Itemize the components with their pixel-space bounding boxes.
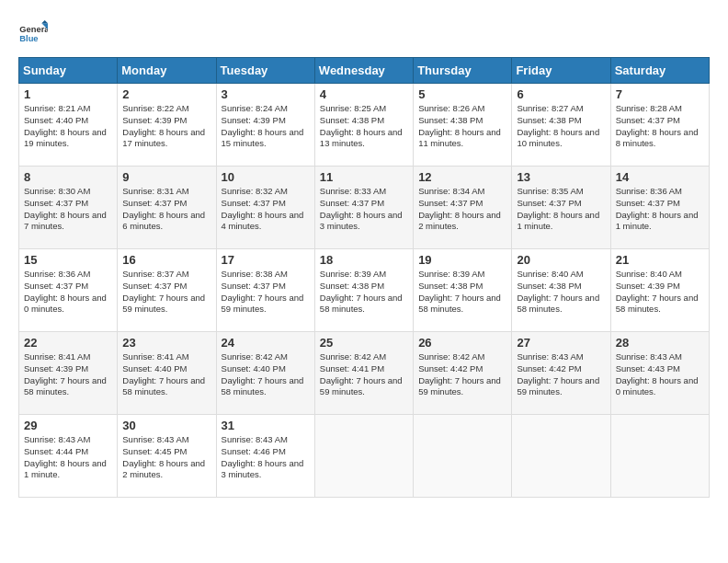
day-number: 3: [222, 87, 310, 101]
day-number: 10: [222, 170, 310, 184]
calendar-cell: 8Sunrise: 8:30 AMSunset: 4:37 PMDaylight…: [19, 167, 118, 249]
calendar-cell: [610, 415, 709, 498]
logo: General Blue: [18, 18, 48, 48]
calendar-cell: [414, 415, 512, 498]
cell-content: Sunrise: 8:39 AMSunset: 4:38 PMDaylight:…: [418, 269, 506, 316]
day-number: 25: [320, 336, 408, 350]
calendar-cell: 26Sunrise: 8:42 AMSunset: 4:42 PMDayligh…: [414, 332, 512, 415]
day-number: 18: [320, 253, 408, 267]
day-number: 30: [122, 419, 210, 432]
svg-marker-3: [41, 20, 48, 23]
cell-content: Sunrise: 8:37 AMSunset: 4:37 PMDaylight:…: [122, 269, 210, 316]
day-number: 31: [222, 419, 310, 432]
calendar-cell: [512, 415, 610, 498]
calendar-cell: 29Sunrise: 8:43 AMSunset: 4:44 PMDayligh…: [19, 415, 118, 498]
cell-content: Sunrise: 8:31 AMSunset: 4:37 PMDaylight:…: [122, 186, 210, 233]
day-number: 28: [616, 336, 704, 350]
day-number: 6: [517, 87, 605, 101]
calendar-cell: 9Sunrise: 8:31 AMSunset: 4:37 PMDaylight…: [118, 167, 216, 249]
cell-content: Sunrise: 8:42 AMSunset: 4:40 PMDaylight:…: [222, 351, 310, 398]
day-number: 11: [320, 170, 408, 184]
cell-content: Sunrise: 8:22 AMSunset: 4:39 PMDaylight:…: [122, 103, 210, 150]
cell-content: Sunrise: 8:21 AMSunset: 4:40 PMDaylight:…: [24, 103, 112, 150]
calendar-day-header: Wednesday: [314, 58, 413, 84]
calendar-week-row: 8Sunrise: 8:30 AMSunset: 4:37 PMDaylight…: [19, 167, 710, 249]
calendar-cell: 21Sunrise: 8:40 AMSunset: 4:39 PMDayligh…: [610, 249, 709, 332]
cell-content: Sunrise: 8:25 AMSunset: 4:38 PMDaylight:…: [320, 103, 408, 150]
day-number: 2: [122, 87, 210, 101]
day-number: 26: [418, 336, 506, 350]
day-number: 20: [517, 253, 605, 267]
calendar-cell: 3Sunrise: 8:24 AMSunset: 4:39 PMDaylight…: [216, 84, 314, 167]
cell-content: Sunrise: 8:36 AMSunset: 4:37 PMDaylight:…: [24, 269, 112, 316]
cell-content: Sunrise: 8:43 AMSunset: 4:43 PMDaylight:…: [616, 351, 704, 398]
calendar-week-row: 1Sunrise: 8:21 AMSunset: 4:40 PMDaylight…: [19, 84, 710, 167]
calendar-cell: 19Sunrise: 8:39 AMSunset: 4:38 PMDayligh…: [414, 249, 512, 332]
page-header: General Blue: [18, 18, 710, 48]
svg-text:General: General: [19, 25, 48, 34]
cell-content: Sunrise: 8:30 AMSunset: 4:37 PMDaylight:…: [24, 186, 112, 233]
day-number: 29: [24, 419, 112, 432]
day-number: 24: [222, 336, 310, 350]
calendar-cell: 17Sunrise: 8:38 AMSunset: 4:37 PMDayligh…: [216, 249, 314, 332]
calendar-cell: 22Sunrise: 8:41 AMSunset: 4:39 PMDayligh…: [19, 332, 118, 415]
day-number: 17: [222, 253, 310, 267]
cell-content: Sunrise: 8:34 AMSunset: 4:37 PMDaylight:…: [418, 186, 506, 233]
calendar-cell: 25Sunrise: 8:42 AMSunset: 4:41 PMDayligh…: [314, 332, 413, 415]
cell-content: Sunrise: 8:43 AMSunset: 4:45 PMDaylight:…: [122, 434, 210, 481]
calendar-day-header: Tuesday: [216, 58, 314, 84]
day-number: 9: [122, 170, 210, 184]
calendar-day-header: Saturday: [610, 58, 709, 84]
calendar-cell: 13Sunrise: 8:35 AMSunset: 4:37 PMDayligh…: [512, 167, 610, 249]
cell-content: Sunrise: 8:32 AMSunset: 4:37 PMDaylight:…: [222, 186, 310, 233]
cell-content: Sunrise: 8:41 AMSunset: 4:40 PMDaylight:…: [122, 351, 210, 398]
calendar-cell: 6Sunrise: 8:27 AMSunset: 4:38 PMDaylight…: [512, 84, 610, 167]
day-number: 16: [122, 253, 210, 267]
calendar-cell: 28Sunrise: 8:43 AMSunset: 4:43 PMDayligh…: [610, 332, 709, 415]
day-number: 14: [616, 170, 704, 184]
day-number: 13: [517, 170, 605, 184]
cell-content: Sunrise: 8:43 AMSunset: 4:42 PMDaylight:…: [517, 351, 605, 398]
cell-content: Sunrise: 8:38 AMSunset: 4:37 PMDaylight:…: [222, 269, 310, 316]
day-number: 21: [616, 253, 704, 267]
cell-content: Sunrise: 8:43 AMSunset: 4:46 PMDaylight:…: [222, 434, 310, 481]
calendar-cell: 30Sunrise: 8:43 AMSunset: 4:45 PMDayligh…: [118, 415, 216, 498]
calendar-cell: 31Sunrise: 8:43 AMSunset: 4:46 PMDayligh…: [216, 415, 314, 498]
calendar-cell: 23Sunrise: 8:41 AMSunset: 4:40 PMDayligh…: [118, 332, 216, 415]
day-number: 5: [418, 87, 506, 101]
day-number: 15: [24, 253, 112, 267]
calendar-cell: 14Sunrise: 8:36 AMSunset: 4:37 PMDayligh…: [610, 167, 709, 249]
calendar-cell: 24Sunrise: 8:42 AMSunset: 4:40 PMDayligh…: [216, 332, 314, 415]
cell-content: Sunrise: 8:43 AMSunset: 4:44 PMDaylight:…: [24, 434, 112, 481]
calendar-cell: 4Sunrise: 8:25 AMSunset: 4:38 PMDaylight…: [314, 84, 413, 167]
cell-content: Sunrise: 8:39 AMSunset: 4:38 PMDaylight:…: [320, 269, 408, 316]
cell-content: Sunrise: 8:40 AMSunset: 4:38 PMDaylight:…: [517, 269, 605, 316]
calendar-day-header: Thursday: [414, 58, 512, 84]
cell-content: Sunrise: 8:24 AMSunset: 4:39 PMDaylight:…: [222, 103, 310, 150]
calendar-cell: 16Sunrise: 8:37 AMSunset: 4:37 PMDayligh…: [118, 249, 216, 332]
calendar-week-row: 15Sunrise: 8:36 AMSunset: 4:37 PMDayligh…: [19, 249, 710, 332]
cell-content: Sunrise: 8:42 AMSunset: 4:42 PMDaylight:…: [418, 351, 506, 398]
day-number: 8: [24, 170, 112, 184]
calendar-cell: 15Sunrise: 8:36 AMSunset: 4:37 PMDayligh…: [19, 249, 118, 332]
calendar-day-header: Sunday: [19, 58, 118, 84]
calendar-cell: 5Sunrise: 8:26 AMSunset: 4:38 PMDaylight…: [414, 84, 512, 167]
cell-content: Sunrise: 8:42 AMSunset: 4:41 PMDaylight:…: [320, 351, 408, 398]
cell-content: Sunrise: 8:26 AMSunset: 4:38 PMDaylight:…: [418, 103, 506, 150]
cell-content: Sunrise: 8:41 AMSunset: 4:39 PMDaylight:…: [24, 351, 112, 398]
cell-content: Sunrise: 8:40 AMSunset: 4:39 PMDaylight:…: [616, 269, 704, 316]
cell-content: Sunrise: 8:33 AMSunset: 4:37 PMDaylight:…: [320, 186, 408, 233]
day-number: 23: [122, 336, 210, 350]
calendar-week-row: 29Sunrise: 8:43 AMSunset: 4:44 PMDayligh…: [19, 415, 710, 498]
calendar-cell: 2Sunrise: 8:22 AMSunset: 4:39 PMDaylight…: [118, 84, 216, 167]
cell-content: Sunrise: 8:35 AMSunset: 4:37 PMDaylight:…: [517, 186, 605, 233]
calendar-cell: 18Sunrise: 8:39 AMSunset: 4:38 PMDayligh…: [314, 249, 413, 332]
calendar-cell: 12Sunrise: 8:34 AMSunset: 4:37 PMDayligh…: [414, 167, 512, 249]
calendar-day-header: Friday: [512, 58, 610, 84]
cell-content: Sunrise: 8:36 AMSunset: 4:37 PMDaylight:…: [616, 186, 704, 233]
calendar-cell: [314, 415, 413, 498]
day-number: 7: [616, 87, 704, 101]
day-number: 12: [418, 170, 506, 184]
svg-text:Blue: Blue: [19, 34, 38, 43]
calendar-cell: 27Sunrise: 8:43 AMSunset: 4:42 PMDayligh…: [512, 332, 610, 415]
